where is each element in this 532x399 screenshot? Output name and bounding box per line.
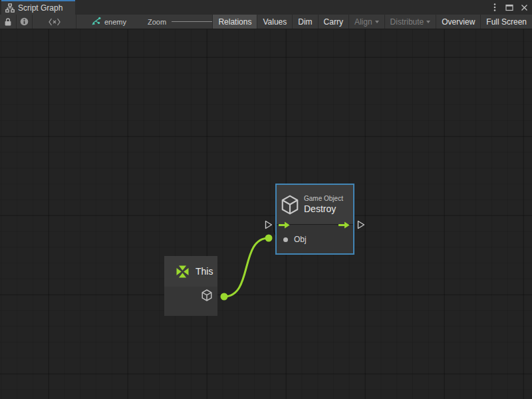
- info-button[interactable]: [17, 15, 33, 29]
- control-out-arrow-icon[interactable]: [338, 221, 350, 229]
- node-this-body: [164, 287, 217, 316]
- align-dropdown[interactable]: Align: [348, 15, 384, 29]
- code-brackets-icon: [48, 18, 61, 26]
- control-output-port[interactable]: [357, 220, 365, 229]
- gameobject-cube-icon: [281, 195, 299, 215]
- node-title: Destroy: [304, 203, 343, 214]
- chevron-down-icon: [375, 21, 379, 23]
- port-dot-icon[interactable]: [283, 237, 288, 242]
- dim-button[interactable]: Dim: [292, 15, 317, 29]
- overview-button[interactable]: Overview: [436, 15, 480, 29]
- tab-script-graph[interactable]: Script Graph: [1, 0, 75, 15]
- this-converge-arrows-icon: [175, 264, 190, 279]
- script-graph-icon: [91, 17, 101, 27]
- distribute-dropdown[interactable]: Distribute: [384, 15, 436, 29]
- control-input-port[interactable]: [265, 220, 273, 229]
- fullscreen-button[interactable]: Full Screen: [480, 15, 532, 29]
- zoom-label: Zoom: [148, 18, 166, 26]
- close-button[interactable]: [519, 2, 529, 13]
- port-obj-label: Obj: [294, 235, 307, 244]
- graph-canvas[interactable]: Game Object Destroy Obj: [0, 29, 532, 399]
- graph-name: enemy: [104, 18, 126, 26]
- toolbar-toggles: Relations Values Dim Carry Align Distrib…: [212, 15, 532, 29]
- node-this[interactable]: This: [164, 256, 217, 316]
- graph-window-icon: [5, 3, 15, 13]
- control-in-arrow-icon[interactable]: [279, 221, 290, 229]
- chevron-down-icon: [426, 21, 430, 23]
- titlebar: Script Graph: [0, 0, 532, 15]
- carry-button[interactable]: Carry: [318, 15, 348, 29]
- tab-label: Script Graph: [18, 3, 63, 13]
- node-category: Game Object: [304, 195, 343, 202]
- info-icon: [20, 17, 29, 26]
- window-controls: [490, 0, 529, 15]
- relations-button[interactable]: Relations: [212, 15, 257, 29]
- code-brackets-button[interactable]: [33, 15, 76, 29]
- values-button[interactable]: Values: [257, 15, 292, 29]
- connection-edge[interactable]: [0, 29, 532, 399]
- distribute-label: Distribute: [390, 17, 424, 27]
- graph-toolbar: enemy Zoom 1x Relations Values Dim Carry…: [0, 15, 532, 29]
- lock-icon: [4, 17, 12, 27]
- lock-button[interactable]: [0, 15, 17, 29]
- maximize-button[interactable]: [505, 2, 514, 13]
- kebab-menu-icon[interactable]: [490, 2, 499, 13]
- port-obj-input[interactable]: Obj: [283, 235, 307, 244]
- node-title: This: [196, 266, 213, 277]
- node-destroy[interactable]: Game Object Destroy Obj: [275, 184, 354, 255]
- align-label: Align: [354, 17, 372, 27]
- graph-breadcrumb[interactable]: enemy: [91, 15, 126, 29]
- node-destroy-header: Game Object Destroy: [277, 185, 353, 224]
- this-output-cube-icon[interactable]: [201, 289, 212, 301]
- node-this-header: This: [164, 256, 217, 287]
